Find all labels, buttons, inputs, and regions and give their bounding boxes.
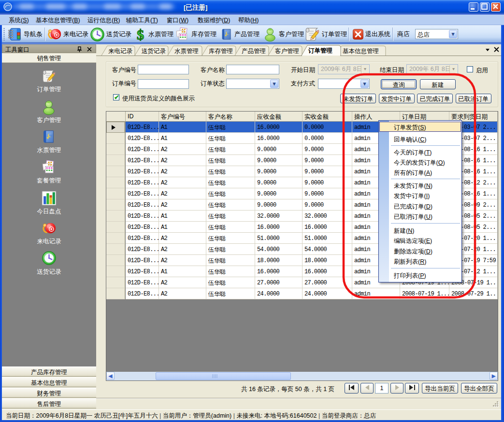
svg-text:来电记录: 来电记录 bbox=[108, 48, 133, 55]
svg-text:送货记录: 送货记录 bbox=[142, 48, 166, 55]
svg-text:产品管理: 产品管理 bbox=[242, 48, 266, 55]
svg-text:水票管理: 水票管理 bbox=[174, 48, 199, 55]
svg-text:基本信息管理: 基本信息管理 bbox=[343, 48, 379, 55]
svg-text:客户管理: 客户管理 bbox=[275, 48, 299, 55]
svg-text:订单管理: 订单管理 bbox=[308, 47, 333, 54]
svg-text:库存管理: 库存管理 bbox=[209, 48, 233, 55]
